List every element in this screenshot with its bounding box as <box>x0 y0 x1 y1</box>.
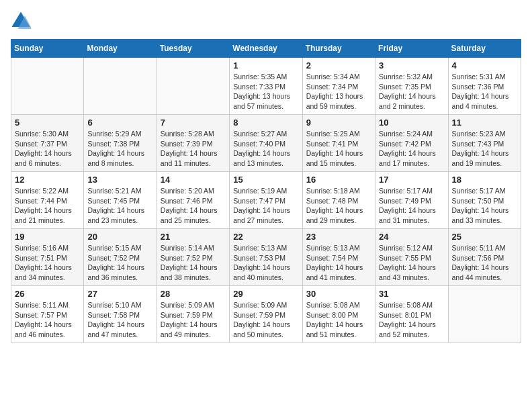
day-number: 19 <box>15 232 80 242</box>
calendar-cell: 5Sunrise: 5:30 AMSunset: 7:37 PMDaylight… <box>11 115 84 172</box>
logo <box>11 11 34 31</box>
cell-content: Sunrise: 5:18 AMSunset: 7:48 PMDaylight:… <box>306 186 371 226</box>
header-sunday: Sunday <box>11 40 84 58</box>
calendar-cell: 8Sunrise: 5:27 AMSunset: 7:40 PMDaylight… <box>230 115 302 172</box>
day-number: 22 <box>233 232 298 242</box>
calendar-cell: 27Sunrise: 5:10 AMSunset: 7:58 PMDayligh… <box>84 286 157 343</box>
calendar-cell: 31Sunrise: 5:08 AMSunset: 8:01 PMDayligh… <box>375 286 448 343</box>
day-number: 21 <box>161 232 226 242</box>
calendar-cell: 24Sunrise: 5:12 AMSunset: 7:55 PMDayligh… <box>375 229 448 286</box>
day-number: 27 <box>87 289 152 299</box>
calendar-cell: 22Sunrise: 5:13 AMSunset: 7:53 PMDayligh… <box>230 229 302 286</box>
cell-content: Sunrise: 5:22 AMSunset: 7:44 PMDaylight:… <box>15 186 80 226</box>
calendar-week-1: 1Sunrise: 5:35 AMSunset: 7:33 PMDaylight… <box>11 58 521 115</box>
day-number: 24 <box>379 232 444 242</box>
cell-content: Sunrise: 5:27 AMSunset: 7:40 PMDaylight:… <box>233 129 298 169</box>
cell-content: Sunrise: 5:30 AMSunset: 7:37 PMDaylight:… <box>15 129 80 169</box>
day-number: 30 <box>306 289 371 299</box>
day-number: 17 <box>379 175 444 185</box>
cell-content: Sunrise: 5:13 AMSunset: 7:54 PMDaylight:… <box>306 243 371 283</box>
calendar-cell: 3Sunrise: 5:32 AMSunset: 7:35 PMDaylight… <box>375 58 448 115</box>
cell-content: Sunrise: 5:25 AMSunset: 7:41 PMDaylight:… <box>306 129 371 169</box>
day-number: 5 <box>15 118 80 128</box>
day-number: 15 <box>233 175 298 185</box>
calendar-cell: 29Sunrise: 5:09 AMSunset: 7:59 PMDayligh… <box>230 286 302 343</box>
header-tuesday: Tuesday <box>157 40 229 58</box>
day-number: 28 <box>161 289 226 299</box>
day-number: 18 <box>452 175 517 185</box>
cell-content: Sunrise: 5:12 AMSunset: 7:55 PMDaylight:… <box>379 243 444 283</box>
calendar-cell <box>11 58 84 115</box>
day-number: 31 <box>379 289 444 299</box>
calendar-cell: 18Sunrise: 5:17 AMSunset: 7:50 PMDayligh… <box>448 172 521 229</box>
cell-content: Sunrise: 5:32 AMSunset: 7:35 PMDaylight:… <box>379 72 444 111</box>
calendar-week-5: 26Sunrise: 5:11 AMSunset: 7:57 PMDayligh… <box>11 286 521 343</box>
cell-content: Sunrise: 5:09 AMSunset: 7:59 PMDaylight:… <box>161 300 226 340</box>
day-number: 10 <box>379 118 444 128</box>
cell-content: Sunrise: 5:17 AMSunset: 7:50 PMDaylight:… <box>452 186 517 226</box>
day-number: 4 <box>452 60 517 71</box>
day-number: 11 <box>452 118 517 128</box>
day-number: 14 <box>161 175 226 185</box>
cell-content: Sunrise: 5:15 AMSunset: 7:52 PMDaylight:… <box>87 243 152 283</box>
calendar-cell: 11Sunrise: 5:23 AMSunset: 7:43 PMDayligh… <box>448 115 521 172</box>
cell-content: Sunrise: 5:31 AMSunset: 7:36 PMDaylight:… <box>452 72 517 111</box>
calendar-cell: 4Sunrise: 5:31 AMSunset: 7:36 PMDaylight… <box>448 58 521 115</box>
cell-content: Sunrise: 5:13 AMSunset: 7:53 PMDaylight:… <box>233 243 298 283</box>
calendar-cell: 15Sunrise: 5:19 AMSunset: 7:47 PMDayligh… <box>230 172 302 229</box>
calendar-cell: 16Sunrise: 5:18 AMSunset: 7:48 PMDayligh… <box>302 172 375 229</box>
calendar-week-3: 12Sunrise: 5:22 AMSunset: 7:44 PMDayligh… <box>11 172 521 229</box>
logo-icon <box>11 11 31 31</box>
calendar-cell: 13Sunrise: 5:21 AMSunset: 7:45 PMDayligh… <box>84 172 157 229</box>
header-friday: Friday <box>375 40 448 58</box>
day-number: 20 <box>87 232 152 242</box>
cell-content: Sunrise: 5:24 AMSunset: 7:42 PMDaylight:… <box>379 129 444 169</box>
day-number: 9 <box>306 118 371 128</box>
day-number: 3 <box>379 60 444 71</box>
calendar-cell: 25Sunrise: 5:11 AMSunset: 7:56 PMDayligh… <box>448 229 521 286</box>
day-number: 6 <box>87 118 152 128</box>
day-number: 16 <box>306 175 371 185</box>
cell-content: Sunrise: 5:08 AMSunset: 8:00 PMDaylight:… <box>306 300 371 340</box>
header-thursday: Thursday <box>302 40 375 58</box>
day-number: 26 <box>15 289 80 299</box>
calendar-cell: 21Sunrise: 5:14 AMSunset: 7:52 PMDayligh… <box>157 229 229 286</box>
cell-content: Sunrise: 5:11 AMSunset: 7:57 PMDaylight:… <box>15 300 80 340</box>
cell-content: Sunrise: 5:23 AMSunset: 7:43 PMDaylight:… <box>452 129 517 169</box>
page-header <box>11 11 521 31</box>
calendar-week-4: 19Sunrise: 5:16 AMSunset: 7:51 PMDayligh… <box>11 229 521 286</box>
calendar-cell <box>448 286 521 343</box>
calendar-table: SundayMondayTuesdayWednesdayThursdayFrid… <box>11 39 521 343</box>
cell-content: Sunrise: 5:17 AMSunset: 7:49 PMDaylight:… <box>379 186 444 226</box>
cell-content: Sunrise: 5:19 AMSunset: 7:47 PMDaylight:… <box>233 186 298 226</box>
cell-content: Sunrise: 5:14 AMSunset: 7:52 PMDaylight:… <box>161 243 226 283</box>
calendar-cell: 1Sunrise: 5:35 AMSunset: 7:33 PMDaylight… <box>230 58 302 115</box>
cell-content: Sunrise: 5:21 AMSunset: 7:45 PMDaylight:… <box>87 186 152 226</box>
calendar-cell: 14Sunrise: 5:20 AMSunset: 7:46 PMDayligh… <box>157 172 229 229</box>
calendar-cell: 30Sunrise: 5:08 AMSunset: 8:00 PMDayligh… <box>302 286 375 343</box>
header-saturday: Saturday <box>448 40 521 58</box>
calendar-week-2: 5Sunrise: 5:30 AMSunset: 7:37 PMDaylight… <box>11 115 521 172</box>
calendar-cell: 23Sunrise: 5:13 AMSunset: 7:54 PMDayligh… <box>302 229 375 286</box>
header-monday: Monday <box>84 40 157 58</box>
cell-content: Sunrise: 5:11 AMSunset: 7:56 PMDaylight:… <box>452 243 517 283</box>
day-number: 25 <box>452 232 517 242</box>
cell-content: Sunrise: 5:28 AMSunset: 7:39 PMDaylight:… <box>161 129 226 169</box>
cell-content: Sunrise: 5:35 AMSunset: 7:33 PMDaylight:… <box>233 72 298 111</box>
calendar-cell: 12Sunrise: 5:22 AMSunset: 7:44 PMDayligh… <box>11 172 84 229</box>
day-number: 2 <box>306 60 371 71</box>
calendar-cell: 9Sunrise: 5:25 AMSunset: 7:41 PMDaylight… <box>302 115 375 172</box>
calendar-cell: 17Sunrise: 5:17 AMSunset: 7:49 PMDayligh… <box>375 172 448 229</box>
day-number: 23 <box>306 232 371 242</box>
calendar-cell: 6Sunrise: 5:29 AMSunset: 7:38 PMDaylight… <box>84 115 157 172</box>
calendar-cell: 20Sunrise: 5:15 AMSunset: 7:52 PMDayligh… <box>84 229 157 286</box>
day-number: 13 <box>87 175 152 185</box>
header-wednesday: Wednesday <box>230 40 302 58</box>
calendar-cell: 19Sunrise: 5:16 AMSunset: 7:51 PMDayligh… <box>11 229 84 286</box>
calendar-header-row: SundayMondayTuesdayWednesdayThursdayFrid… <box>11 40 521 58</box>
cell-content: Sunrise: 5:29 AMSunset: 7:38 PMDaylight:… <box>87 129 152 169</box>
calendar-cell: 2Sunrise: 5:34 AMSunset: 7:34 PMDaylight… <box>302 58 375 115</box>
day-number: 8 <box>233 118 298 128</box>
calendar-cell <box>84 58 157 115</box>
day-number: 29 <box>233 289 298 299</box>
